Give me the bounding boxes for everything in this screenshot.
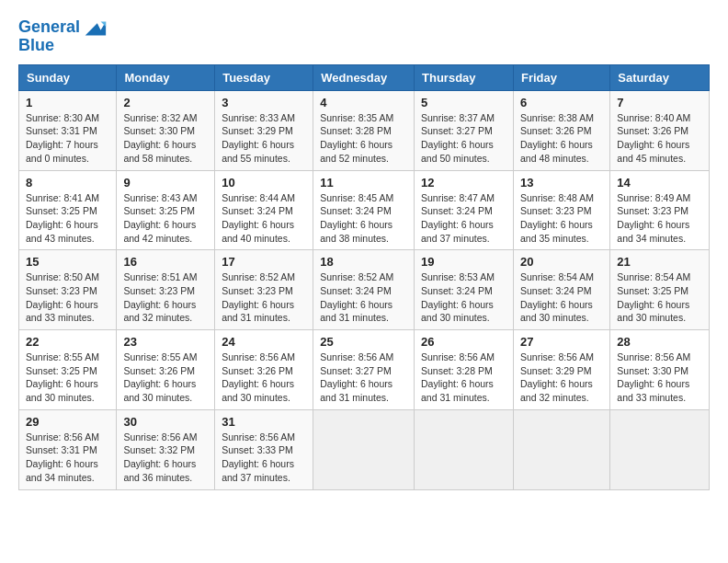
calendar-cell: 12 Sunrise: 8:47 AMSunset: 3:24 PMDaylig… — [415, 170, 514, 250]
calendar: SundayMondayTuesdayWednesdayThursdayFrid… — [18, 64, 710, 490]
day-number: 5 — [421, 96, 506, 109]
calendar-cell: 19 Sunrise: 8:53 AMSunset: 3:24 PMDaylig… — [415, 250, 514, 330]
day-number: 29 — [26, 415, 109, 429]
day-number: 21 — [617, 255, 702, 269]
logo-icon — [82, 15, 108, 40]
calendar-cell: 4 Sunrise: 8:35 AMSunset: 3:28 PMDayligh… — [313, 90, 415, 170]
calendar-cell: 3 Sunrise: 8:33 AMSunset: 3:29 PMDayligh… — [215, 90, 313, 170]
day-number: 3 — [222, 96, 306, 109]
logo: General Blue — [18, 15, 108, 55]
day-number: 17 — [222, 255, 306, 269]
day-info: Sunrise: 8:43 AMSunset: 3:25 PMDaylight:… — [123, 192, 197, 244]
weekday-header-monday: Monday — [117, 64, 215, 90]
week-row-4: 22 Sunrise: 8:55 AMSunset: 3:25 PMDaylig… — [19, 330, 710, 410]
weekday-header-thursday: Thursday — [415, 64, 514, 90]
day-info: Sunrise: 8:56 AMSunset: 3:32 PMDaylight:… — [123, 431, 197, 483]
day-number: 7 — [617, 96, 702, 109]
day-info: Sunrise: 8:50 AMSunset: 3:23 PMDaylight:… — [26, 271, 99, 323]
day-info: Sunrise: 8:52 AMSunset: 3:23 PMDaylight:… — [222, 271, 295, 323]
day-info: Sunrise: 8:45 AMSunset: 3:24 PMDaylight:… — [320, 192, 393, 244]
day-info: Sunrise: 8:56 AMSunset: 3:33 PMDaylight:… — [222, 431, 295, 483]
weekday-header-friday: Friday — [513, 64, 609, 90]
header: General Blue — [18, 15, 710, 55]
day-info: Sunrise: 8:56 AMSunset: 3:29 PMDaylight:… — [520, 351, 594, 403]
calendar-cell: 26 Sunrise: 8:56 AMSunset: 3:28 PMDaylig… — [415, 330, 514, 410]
day-number: 23 — [123, 335, 208, 349]
page: General Blue SundayMondayTuesdayWednesda… — [0, 0, 728, 563]
day-info: Sunrise: 8:48 AMSunset: 3:23 PMDaylight:… — [520, 192, 594, 244]
calendar-cell: 31 Sunrise: 8:56 AMSunset: 3:33 PMDaylig… — [215, 409, 313, 489]
day-number: 13 — [520, 176, 603, 190]
day-info: Sunrise: 8:54 AMSunset: 3:24 PMDaylight:… — [520, 271, 594, 323]
calendar-cell: 13 Sunrise: 8:48 AMSunset: 3:23 PMDaylig… — [513, 170, 609, 250]
day-info: Sunrise: 8:32 AMSunset: 3:30 PMDaylight:… — [123, 112, 197, 164]
calendar-cell: 2 Sunrise: 8:32 AMSunset: 3:30 PMDayligh… — [117, 90, 215, 170]
day-info: Sunrise: 8:56 AMSunset: 3:27 PMDaylight:… — [320, 351, 393, 403]
day-info: Sunrise: 8:55 AMSunset: 3:25 PMDaylight:… — [26, 351, 99, 403]
calendar-cell: 10 Sunrise: 8:44 AMSunset: 3:24 PMDaylig… — [215, 170, 313, 250]
day-info: Sunrise: 8:56 AMSunset: 3:26 PMDaylight:… — [222, 351, 295, 403]
day-info: Sunrise: 8:51 AMSunset: 3:23 PMDaylight:… — [123, 271, 197, 323]
day-number: 30 — [123, 415, 208, 429]
calendar-cell: 1 Sunrise: 8:30 AMSunset: 3:31 PMDayligh… — [19, 90, 117, 170]
day-number: 10 — [222, 176, 306, 190]
calendar-cell: 18 Sunrise: 8:52 AMSunset: 3:24 PMDaylig… — [313, 250, 415, 330]
calendar-cell: 11 Sunrise: 8:45 AMSunset: 3:24 PMDaylig… — [313, 170, 415, 250]
day-info: Sunrise: 8:38 AMSunset: 3:26 PMDaylight:… — [520, 112, 594, 164]
calendar-cell: 6 Sunrise: 8:38 AMSunset: 3:26 PMDayligh… — [513, 90, 609, 170]
day-number: 24 — [222, 335, 306, 349]
week-row-3: 15 Sunrise: 8:50 AMSunset: 3:23 PMDaylig… — [19, 250, 710, 330]
day-number: 8 — [26, 176, 109, 190]
day-info: Sunrise: 8:30 AMSunset: 3:31 PMDaylight:… — [26, 112, 99, 164]
calendar-cell: 7 Sunrise: 8:40 AMSunset: 3:26 PMDayligh… — [610, 90, 710, 170]
calendar-cell: 21 Sunrise: 8:54 AMSunset: 3:25 PMDaylig… — [610, 250, 710, 330]
calendar-cell — [415, 409, 514, 489]
day-number: 11 — [320, 176, 407, 190]
calendar-cell — [513, 409, 609, 489]
day-info: Sunrise: 8:56 AMSunset: 3:28 PMDaylight:… — [421, 351, 495, 403]
calendar-cell: 25 Sunrise: 8:56 AMSunset: 3:27 PMDaylig… — [313, 330, 415, 410]
calendar-cell: 16 Sunrise: 8:51 AMSunset: 3:23 PMDaylig… — [117, 250, 215, 330]
day-number: 14 — [617, 176, 702, 190]
day-info: Sunrise: 8:56 AMSunset: 3:30 PMDaylight:… — [617, 351, 690, 403]
logo-blue-text: Blue — [18, 37, 54, 55]
day-info: Sunrise: 8:47 AMSunset: 3:24 PMDaylight:… — [421, 192, 495, 244]
day-number: 25 — [320, 335, 407, 349]
day-number: 12 — [421, 176, 506, 190]
calendar-cell: 27 Sunrise: 8:56 AMSunset: 3:29 PMDaylig… — [513, 330, 609, 410]
calendar-cell: 9 Sunrise: 8:43 AMSunset: 3:25 PMDayligh… — [117, 170, 215, 250]
calendar-cell: 15 Sunrise: 8:50 AMSunset: 3:23 PMDaylig… — [19, 250, 117, 330]
weekday-header-wednesday: Wednesday — [313, 64, 415, 90]
weekday-header-saturday: Saturday — [610, 64, 710, 90]
day-number: 15 — [26, 255, 109, 269]
day-number: 19 — [421, 255, 506, 269]
day-info: Sunrise: 8:49 AMSunset: 3:23 PMDaylight:… — [617, 192, 690, 244]
day-info: Sunrise: 8:56 AMSunset: 3:31 PMDaylight:… — [26, 431, 99, 483]
week-row-5: 29 Sunrise: 8:56 AMSunset: 3:31 PMDaylig… — [19, 409, 710, 489]
day-info: Sunrise: 8:54 AMSunset: 3:25 PMDaylight:… — [617, 271, 690, 323]
day-info: Sunrise: 8:41 AMSunset: 3:25 PMDaylight:… — [26, 192, 99, 244]
day-number: 4 — [320, 96, 407, 109]
day-number: 18 — [320, 255, 407, 269]
day-info: Sunrise: 8:33 AMSunset: 3:29 PMDaylight:… — [222, 112, 295, 164]
week-row-1: 1 Sunrise: 8:30 AMSunset: 3:31 PMDayligh… — [19, 90, 710, 170]
day-info: Sunrise: 8:37 AMSunset: 3:27 PMDaylight:… — [421, 112, 495, 164]
day-number: 16 — [123, 255, 208, 269]
day-info: Sunrise: 8:52 AMSunset: 3:24 PMDaylight:… — [320, 271, 393, 323]
day-number: 2 — [123, 96, 208, 109]
calendar-cell: 22 Sunrise: 8:55 AMSunset: 3:25 PMDaylig… — [19, 330, 117, 410]
week-row-2: 8 Sunrise: 8:41 AMSunset: 3:25 PMDayligh… — [19, 170, 710, 250]
day-number: 20 — [520, 255, 603, 269]
calendar-cell: 30 Sunrise: 8:56 AMSunset: 3:32 PMDaylig… — [117, 409, 215, 489]
weekday-header-sunday: Sunday — [19, 64, 117, 90]
day-number: 28 — [617, 335, 702, 349]
calendar-cell — [610, 409, 710, 489]
day-number: 22 — [26, 335, 109, 349]
svg-marker-0 — [85, 21, 106, 35]
calendar-cell: 23 Sunrise: 8:55 AMSunset: 3:26 PMDaylig… — [117, 330, 215, 410]
calendar-cell — [313, 409, 415, 489]
day-number: 9 — [123, 176, 208, 190]
day-number: 27 — [520, 335, 603, 349]
calendar-cell: 20 Sunrise: 8:54 AMSunset: 3:24 PMDaylig… — [513, 250, 609, 330]
day-number: 1 — [26, 96, 109, 109]
